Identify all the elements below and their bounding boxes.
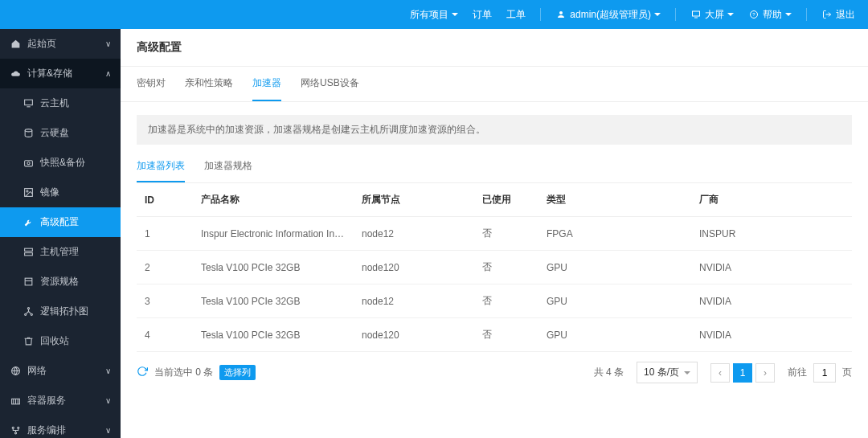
th-id[interactable]: ID [137, 183, 193, 217]
sidebar-item-5[interactable]: 镜像 [0, 178, 121, 207]
tab-0[interactable]: 密钥对 [137, 67, 166, 101]
sidebar-item-12[interactable]: 容器服务∨ [0, 386, 121, 415]
cell-name: Tesla V100 PCIe 32GB [193, 318, 354, 352]
page-size-select[interactable]: 10 条/页 [637, 362, 698, 383]
cell-used: 否 [474, 284, 538, 318]
svg-point-10 [27, 162, 29, 164]
orchestrate-icon [10, 425, 21, 436]
th-name[interactable]: 产品名称 [193, 183, 354, 217]
svg-rect-13 [24, 248, 32, 251]
screen-icon [690, 9, 702, 20]
cloud-icon [10, 68, 21, 80]
chevron-icon: ∨ [105, 396, 111, 405]
sidebar: 起始页∨计算&存储∧云主机云硬盘快照&备份镜像高级配置主机管理资源规格逻辑拓扑图… [0, 29, 121, 438]
subtab-1[interactable]: 加速器规格 [204, 151, 252, 182]
help-link[interactable]: ? 帮助 [748, 8, 792, 22]
camera-icon [23, 158, 34, 169]
table-row[interactable]: 1Inspur Electronic Information Industry … [137, 217, 852, 251]
disk-icon [23, 128, 34, 139]
caret-down-icon [727, 13, 734, 16]
sidebar-item-11[interactable]: 网络∨ [0, 356, 121, 386]
table-row[interactable]: 3Tesla V100 PCIe 32GBnode12否GPUNVIDIA [137, 284, 852, 318]
page-title: 高级配置 [121, 29, 868, 67]
globe-icon [10, 366, 21, 377]
sidebar-item-13[interactable]: 服务编排∨ [0, 415, 121, 438]
th-used[interactable]: 已使用 [474, 183, 538, 217]
logout-icon [821, 9, 833, 20]
th-node[interactable]: 所属节点 [354, 183, 474, 217]
sidebar-item-label: 资源规格 [40, 275, 79, 289]
sidebar-item-4[interactable]: 快照&备份 [0, 148, 121, 178]
sidebar-item-10[interactable]: 回收站 [0, 326, 121, 356]
cell-node: node12 [354, 217, 474, 251]
cell-used: 否 [474, 217, 538, 251]
select-columns-button[interactable]: 选择列 [219, 365, 256, 380]
cell-name: Tesla V100 PCIe 32GB [193, 284, 354, 318]
cell-vendor: NVIDIA [691, 318, 852, 352]
wrench-icon [23, 217, 34, 228]
pager-prev[interactable]: ‹ [710, 363, 730, 383]
topology-icon [23, 306, 34, 317]
orders-link[interactable]: 订单 [473, 8, 492, 22]
sidebar-item-9[interactable]: 逻辑拓扑图 [0, 297, 121, 326]
cell-type: GPU [538, 284, 691, 318]
svg-text:?: ? [752, 12, 755, 17]
sidebar-item-label: 网络 [27, 364, 47, 378]
sidebar-item-8[interactable]: 资源规格 [0, 267, 121, 297]
cell-id: 3 [137, 284, 193, 318]
table-row[interactable]: 2Tesla V100 PCIe 32GBnode120否GPUNVIDIA [137, 251, 852, 284]
table-row[interactable]: 4Tesla V100 PCIe 32GBnode120否GPUNVIDIA [137, 318, 852, 352]
caret-down-icon [654, 13, 661, 16]
svg-point-8 [25, 129, 32, 132]
caret-down-icon [684, 371, 690, 375]
pager-page-1[interactable]: 1 [733, 363, 752, 383]
sidebar-item-6[interactable]: 高级配置 [0, 207, 121, 237]
svg-point-19 [31, 313, 32, 315]
sidebar-item-3[interactable]: 云硬盘 [0, 118, 121, 148]
tab-3[interactable]: 网络USB设备 [301, 67, 359, 101]
server-icon [23, 247, 34, 258]
sidebar-item-7[interactable]: 主机管理 [0, 237, 121, 267]
table-footer: 当前选中 0 条 选择列 共 4 条 10 条/页 ‹ 1 › 前往 页 [137, 352, 852, 387]
user-dropdown[interactable]: admin(超级管理员) [555, 8, 661, 22]
subtab-0[interactable]: 加速器列表 [137, 151, 185, 182]
page-suffix: 页 [842, 366, 852, 379]
cell-id: 1 [137, 217, 193, 251]
goto-label: 前往 [788, 366, 807, 379]
help-icon: ? [748, 9, 760, 20]
svg-point-12 [26, 190, 27, 192]
svg-point-27 [14, 432, 16, 434]
caret-down-icon [452, 13, 458, 16]
sidebar-item-0[interactable]: 起始页∨ [0, 29, 121, 59]
sidebar-item-2[interactable]: 云主机 [0, 88, 121, 118]
th-vendor[interactable]: 厂商 [691, 183, 852, 217]
sidebar-item-label: 逻辑拓扑图 [40, 305, 88, 318]
big-screen-link[interactable]: 大屏 [690, 8, 734, 22]
separator [540, 8, 541, 21]
sidebar-item-label: 云硬盘 [40, 126, 69, 140]
sidebar-item-label: 起始页 [27, 37, 56, 51]
tab-2[interactable]: 加速器 [252, 67, 281, 101]
cell-node: node120 [354, 251, 474, 284]
cell-id: 4 [137, 318, 193, 352]
pager: ‹ 1 › [710, 363, 775, 383]
tab-1[interactable]: 亲和性策略 [185, 67, 233, 101]
th-type[interactable]: 类型 [538, 183, 691, 217]
info-banner: 加速器是系统中的加速资源，加速器规格是创建云主机所调度加速资源的组合。 [137, 115, 852, 145]
cell-vendor: NVIDIA [691, 251, 852, 284]
separator [675, 8, 676, 21]
pager-next[interactable]: › [755, 363, 775, 383]
sidebar-item-label: 云主机 [40, 96, 69, 110]
svg-rect-6 [24, 100, 32, 105]
refresh-icon[interactable] [137, 366, 148, 379]
sidebar-item-label: 容器服务 [27, 394, 66, 407]
projects-dropdown[interactable]: 所有项目 [410, 8, 458, 22]
accelerator-table: ID 产品名称 所属节点 已使用 类型 厂商 1Inspur Electroni… [137, 183, 852, 352]
svg-point-0 [559, 11, 563, 14]
work-orders-link[interactable]: 工单 [506, 8, 526, 22]
goto-input[interactable] [813, 363, 836, 383]
main-content: 高级配置 密钥对亲和性策略加速器网络USB设备 加速器是系统中的加速资源，加速器… [121, 29, 868, 438]
sidebar-item-1[interactable]: 计算&存储∧ [0, 59, 121, 88]
cell-id: 2 [137, 251, 193, 284]
logout-link[interactable]: 退出 [821, 8, 855, 22]
